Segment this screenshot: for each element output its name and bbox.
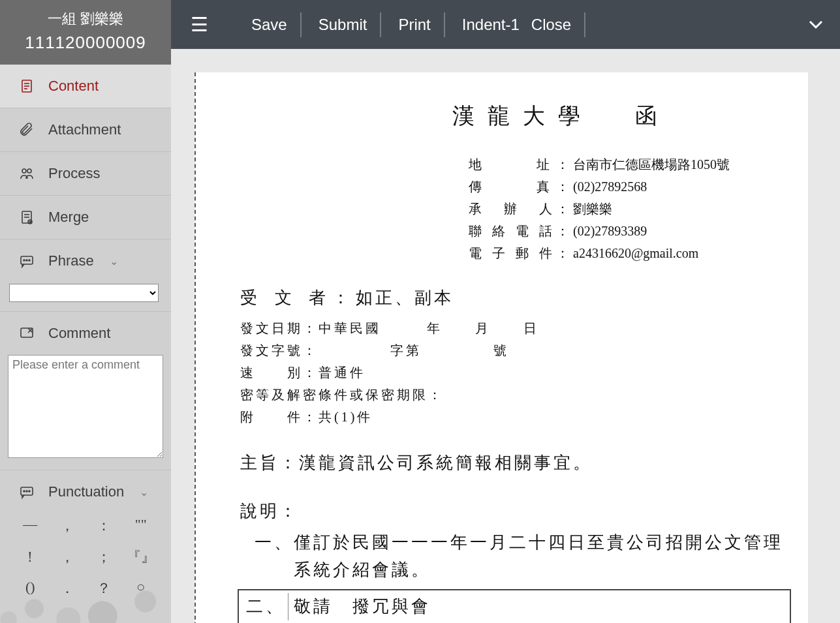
para-2-text[interactable]: 敬請 撥冗與會: [294, 593, 431, 620]
toolbar: ☰ Save Submit Print Indent-1 Close: [171, 0, 840, 49]
document-icon: [18, 78, 35, 95]
main: ☰ Save Submit Print Indent-1 Close 漢龍大學 …: [171, 0, 840, 623]
meta-handler: 劉樂樂: [573, 198, 612, 220]
sidebar-label: Punctuation: [48, 483, 124, 500]
sidebar-item-phrase[interactable]: Phrase ⌄: [0, 239, 171, 282]
close-button[interactable]: Close: [527, 12, 585, 37]
hamburger-button[interactable]: ☰: [183, 13, 216, 36]
punct-corner[interactable]: 『』: [123, 547, 160, 567]
merge-icon: [18, 209, 35, 226]
chevron-down-icon: ⌄: [140, 486, 148, 498]
para-1: 一、僅訂於民國一一一年一月二十四日至貴公司招開公文管理系統介紹會議。: [255, 529, 791, 584]
svg-point-13: [23, 260, 25, 261]
meta-address: 台南市仁德區機場路1050號: [573, 153, 730, 175]
meta-email: a24316620@gmail.com: [573, 242, 698, 264]
punct-comma[interactable]: ，: [49, 516, 86, 536]
doc-type: 函: [635, 104, 670, 128]
svg-point-4: [22, 169, 26, 173]
meta-block: 地 址：台南市仁德區機場路1050號 傳 真：(02)27892568 承 辦 …: [469, 153, 791, 264]
svg-point-18: [23, 491, 25, 492]
sidebar-label: Phrase: [48, 252, 94, 269]
para-2-num: 二、: [244, 593, 288, 620]
org-name: 漢龍大學: [452, 104, 593, 128]
issue-block: 發文日期： 中華民國 年 月 日 發文字號： 字第 號 速 別： 普通件: [240, 317, 791, 428]
save-button[interactable]: Save: [238, 12, 302, 37]
sidebar-label: Content: [48, 78, 99, 95]
sidebar-label: Attachment: [48, 121, 121, 138]
doc-title: 漢龍大學 函: [332, 101, 791, 131]
comment-input[interactable]: [8, 355, 163, 458]
comment-icon: [18, 325, 35, 342]
sidebar-label: Merge: [48, 209, 89, 226]
phrase-select[interactable]: [9, 284, 159, 302]
punct-semi[interactable]: ；: [86, 547, 123, 567]
punct-excl[interactable]: ！: [12, 547, 49, 567]
submit-button[interactable]: Submit: [305, 12, 382, 37]
paperclip-icon: [18, 121, 35, 138]
page-scroll[interactable]: 漢龍大學 函 地 址：台南市仁德區機場路1050號 傳 真：(02)278925…: [171, 49, 840, 623]
user-label: 一組 劉樂樂: [4, 9, 167, 29]
chevron-down-icon: ⌄: [110, 255, 118, 267]
explain-label: 說明：: [240, 500, 791, 523]
document-page[interactable]: 漢龍大學 函 地 址：台南市仁德區機場路1050號 傳 真：(02)278925…: [194, 72, 808, 623]
svg-point-5: [27, 169, 31, 173]
explain-list: 一、僅訂於民國一一一年一月二十四日至貴公司招開公文管理系統介紹會議。 二、 敬請…: [255, 529, 791, 623]
svg-point-15: [29, 260, 30, 261]
sidebar-header: 一組 劉樂樂 111120000009: [0, 0, 171, 65]
punct-paren[interactable]: (): [12, 579, 49, 598]
punct-quotes[interactable]: "": [123, 516, 160, 536]
punct-dash[interactable]: —: [12, 516, 49, 536]
sidebar-item-merge[interactable]: Merge: [0, 196, 171, 239]
sidebar-label: Comment: [48, 325, 110, 342]
chat-icon: [18, 252, 35, 269]
meta-phone: (02)27893389: [573, 220, 647, 242]
recipient-row: 受 文 者：如正、副本: [240, 286, 791, 309]
para-2-editing[interactable]: 二、 敬請 撥冗與會: [238, 589, 791, 623]
svg-point-14: [26, 260, 27, 261]
sidebar-item-attachment[interactable]: Attachment: [0, 108, 171, 152]
punctuation-grid: — ， ： "" ！ ， ； 『』 () ． ？ ○: [0, 513, 171, 607]
meta-fax: (02)27892568: [573, 175, 647, 198]
punct-circle[interactable]: ○: [123, 579, 160, 598]
svg-point-19: [26, 491, 27, 492]
sidebar-item-process[interactable]: Process: [0, 152, 171, 196]
caret-down-button[interactable]: [803, 11, 828, 38]
doc-number: 111120000009: [4, 33, 167, 53]
sidebar-item-punctuation[interactable]: Punctuation ⌄: [0, 470, 171, 513]
sidebar: 一組 劉樂樂 111120000009 Content Attachment P…: [0, 0, 171, 623]
svg-point-20: [29, 491, 30, 492]
punct-qmark[interactable]: ？: [86, 579, 123, 598]
print-button[interactable]: Print: [385, 12, 444, 37]
punct-encomma[interactable]: ，: [49, 547, 86, 567]
sidebar-item-content[interactable]: Content: [0, 65, 171, 108]
punct-dot[interactable]: ．: [49, 579, 86, 598]
indent-button[interactable]: Indent-1: [449, 12, 523, 37]
sidebar-label: Process: [48, 165, 100, 182]
subject-row: 主旨：漢龍資訊公司系統簡報相關事宜。: [240, 450, 791, 476]
punct-colon[interactable]: ：: [86, 516, 123, 536]
punctuation-icon: [18, 483, 35, 500]
sidebar-item-comment[interactable]: Comment: [0, 312, 171, 355]
people-icon: [18, 165, 35, 182]
